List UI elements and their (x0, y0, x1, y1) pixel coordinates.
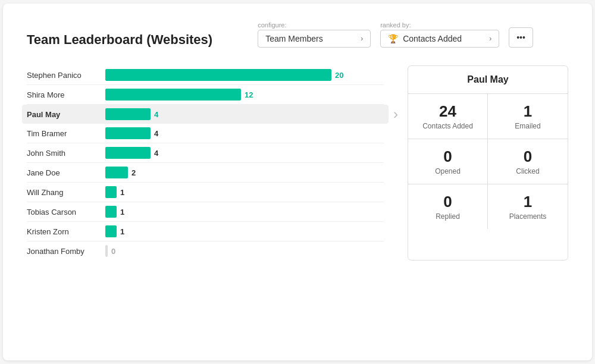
bar-container: 0 (105, 245, 384, 257)
panel-stat-label: Clicked (496, 167, 559, 175)
leaderboard-row: Kristen Zorn1 (27, 222, 384, 241)
leaderboard-row[interactable]: Paul May4 (22, 105, 389, 124)
ranked-label: ranked by: (380, 21, 499, 29)
bar-value: 20 (335, 71, 343, 80)
bar (105, 108, 151, 120)
bar (105, 147, 151, 159)
bar-container: 1 (105, 225, 384, 237)
leaderboard-row: Tim Bramer4 (27, 124, 384, 143)
ranked-dropdown-arrow: › (489, 34, 491, 43)
bar-container: 12 (105, 89, 384, 101)
bar-container: 1 (105, 206, 384, 218)
panel-cell: 24Contacts Added (408, 94, 488, 139)
panel-cell: 1Emailed (488, 94, 568, 139)
panel-stat-label: Replied (416, 212, 479, 221)
panel-stat-value: 24 (416, 102, 479, 121)
configure-label: configure: (258, 21, 371, 29)
member-name: Jonathan Fomby (27, 247, 98, 256)
ranked-section: ranked by: 🏆 Contacts Added › (380, 21, 499, 48)
panel-stat-value: 0 (496, 148, 559, 166)
member-name: Will Zhang (27, 188, 98, 197)
side-panel: Paul May 24Contacts Added1Emailed0Opened… (408, 65, 568, 261)
bar (105, 127, 151, 139)
panel-stat-label: Contacts Added (416, 122, 479, 130)
configure-section: configure: Team Members › (258, 21, 371, 48)
page: Team Leaderboard (Websites) configure: T… (3, 4, 592, 360)
bar-value: 4 (154, 149, 158, 158)
panel-cell: 0Replied (408, 184, 488, 229)
ranked-dropdown[interactable]: 🏆 Contacts Added › (380, 30, 499, 48)
panel-stat-value: 1 (496, 193, 559, 211)
bar-value: 2 (131, 168, 136, 177)
bar-value: 1 (120, 227, 124, 236)
more-options-button[interactable]: ••• (509, 27, 533, 48)
bar (105, 245, 108, 257)
bar-container: 4 (105, 108, 384, 120)
page-title: Team Leaderboard (Websites) (27, 32, 212, 48)
panel-stat-label: Emailed (496, 122, 559, 130)
panel-stat-label: Opened (416, 167, 479, 175)
bar-value: 1 (120, 208, 124, 216)
ranked-value: Contacts Added (403, 34, 462, 43)
leaderboard-row: Will Zhang1 (27, 183, 384, 202)
leaderboard-row: Jane Doe2 (27, 163, 384, 183)
panel-cell: 0Opened (408, 139, 488, 184)
main-content: Stephen Panico20Shira More12Paul May4Tim… (27, 65, 568, 261)
leaderboard-row: John Smith4 (27, 143, 384, 163)
panel-stat-value: 0 (416, 193, 479, 211)
configure-dropdown[interactable]: Team Members › (258, 30, 371, 48)
bar-container: 1 (105, 186, 384, 198)
configure-dropdown-arrow: › (361, 34, 363, 43)
header: Team Leaderboard (Websites) configure: T… (27, 21, 568, 48)
member-name: Kristen Zorn (27, 227, 98, 236)
bar (105, 186, 117, 198)
bar-container: 20 (105, 69, 384, 81)
member-name: Stephen Panico (27, 71, 98, 80)
bar-value: 1 (120, 188, 124, 197)
more-dots: ••• (516, 33, 525, 42)
panel-cell: 1Placements (488, 184, 568, 229)
bar-value: 0 (111, 247, 115, 256)
trophy-icon: 🏆 (388, 34, 398, 43)
panel-stat-value: 0 (416, 148, 479, 166)
member-name: Shira More (27, 90, 98, 99)
panel-cell: 0Clicked (488, 139, 568, 184)
panel-header: Paul May (408, 66, 568, 94)
member-name: Jane Doe (27, 168, 98, 177)
member-name: Tobias Carson (27, 208, 98, 216)
bar-container: 4 (105, 147, 384, 159)
member-name: John Smith (27, 149, 98, 158)
bar (105, 167, 128, 178)
leaderboard: Stephen Panico20Shira More12Paul May4Tim… (27, 65, 384, 261)
bar-container: 2 (105, 167, 384, 178)
bar (105, 89, 241, 101)
bar-value: 4 (154, 110, 158, 119)
bar-value: 4 (154, 129, 158, 138)
bar (105, 206, 117, 218)
panel-grid: 24Contacts Added1Emailed0Opened0Clicked0… (408, 94, 568, 229)
configure-value: Team Members (265, 34, 322, 43)
bar-container: 4 (105, 127, 384, 139)
leaderboard-row: Jonathan Fomby0 (27, 241, 384, 261)
leaderboard-row: Tobias Carson1 (27, 202, 384, 222)
panel-stat-value: 1 (496, 102, 559, 121)
bar (105, 225, 117, 237)
member-name: Tim Bramer (27, 129, 98, 138)
panel-stat-label: Placements (496, 212, 559, 221)
leaderboard-row: Stephen Panico20 (27, 65, 384, 85)
member-name: Paul May (27, 110, 98, 119)
bar-value: 12 (245, 90, 253, 99)
bar (105, 69, 331, 81)
leaderboard-row: Shira More12 (27, 85, 384, 105)
